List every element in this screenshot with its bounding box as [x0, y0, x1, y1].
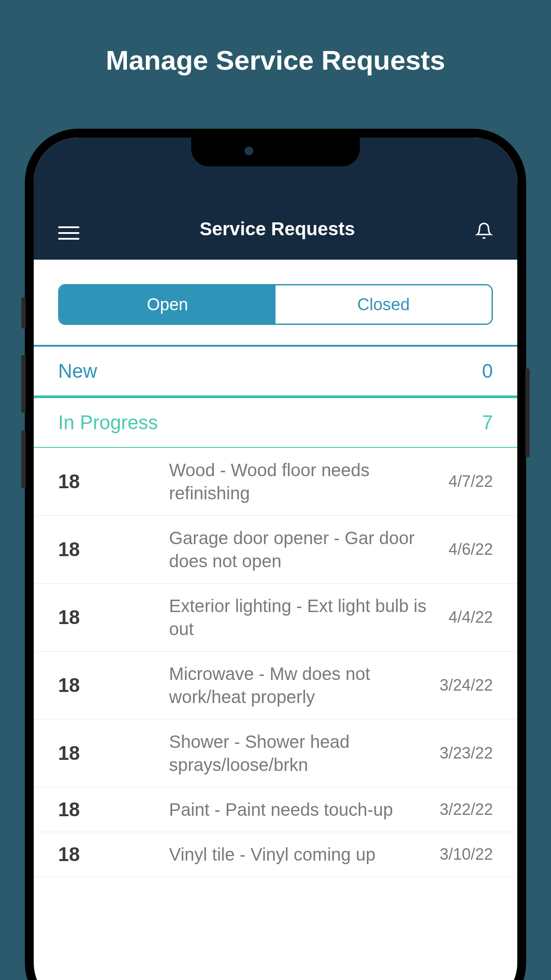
section-header-in-progress[interactable]: In Progress 7 [34, 398, 517, 448]
page-title: Manage Service Requests [0, 0, 551, 103]
request-date: 3/22/22 [440, 800, 493, 819]
section-label: In Progress [58, 411, 158, 434]
section-count: 0 [482, 360, 493, 382]
tab-open[interactable]: Open [59, 285, 276, 324]
request-description: Exterior lighting - Ext light bulb is ou… [169, 594, 449, 640]
request-id: 18 [58, 742, 169, 764]
request-date: 4/4/22 [449, 608, 493, 627]
phone-side-button [21, 355, 26, 413]
notification-bell-icon[interactable] [475, 222, 493, 240]
phone-side-button [21, 297, 26, 328]
request-id: 18 [58, 538, 169, 561]
phone-notch [191, 138, 360, 166]
phone-frame: Service Requests Open Closed New [25, 129, 526, 980]
phone-side-button [21, 431, 26, 488]
request-id: 18 [58, 798, 169, 821]
sections-container: New 0 In Progress 7 18 Wood - Wood floor… [34, 345, 517, 877]
request-date: 3/24/22 [440, 676, 493, 695]
request-row[interactable]: 18 Exterior lighting - Ext light bulb is… [34, 584, 517, 652]
content-area: Open Closed New 0 In Progress 7 [34, 260, 517, 877]
request-date: 4/6/22 [449, 540, 493, 559]
request-row[interactable]: 18 Vinyl tile - Vinyl coming up 3/10/22 [34, 832, 517, 877]
tab-closed[interactable]: Closed [276, 285, 492, 324]
phone-screen: Service Requests Open Closed New [34, 138, 517, 980]
request-row[interactable]: 18 Paint - Paint needs touch-up 3/22/22 [34, 787, 517, 832]
phone-inner: Service Requests Open Closed New [34, 138, 517, 980]
request-id: 18 [58, 674, 169, 696]
request-id: 18 [58, 843, 169, 865]
hamburger-menu-icon[interactable] [58, 226, 79, 240]
request-description: Microwave - Mw does not work/heat proper… [169, 662, 440, 708]
section-header-new[interactable]: New 0 [34, 345, 517, 398]
request-date: 4/7/22 [449, 472, 493, 491]
request-id: 18 [58, 606, 169, 628]
request-description: Wood - Wood floor needs refinishing [169, 458, 449, 505]
header-title: Service Requests [200, 218, 355, 240]
request-id: 18 [58, 470, 169, 493]
request-row[interactable]: 18 Shower - Shower head sprays/loose/brk… [34, 719, 517, 787]
request-description: Vinyl tile - Vinyl coming up [169, 843, 440, 866]
request-description: Garage door opener - Gar door does not o… [169, 526, 449, 573]
request-description: Shower - Shower head sprays/loose/brkn [169, 730, 440, 776]
request-row[interactable]: 18 Wood - Wood floor needs refinishing 4… [34, 448, 517, 516]
request-description: Paint - Paint needs touch-up [169, 798, 440, 821]
request-row[interactable]: 18 Garage door opener - Gar door does no… [34, 516, 517, 584]
section-count: 7 [482, 411, 493, 434]
request-date: 3/23/22 [440, 744, 493, 763]
request-row[interactable]: 18 Microwave - Mw does not work/heat pro… [34, 652, 517, 719]
request-date: 3/10/22 [440, 845, 493, 864]
status-segment-control: Open Closed [58, 284, 493, 325]
section-label: New [58, 360, 97, 382]
phone-side-button [525, 368, 530, 457]
